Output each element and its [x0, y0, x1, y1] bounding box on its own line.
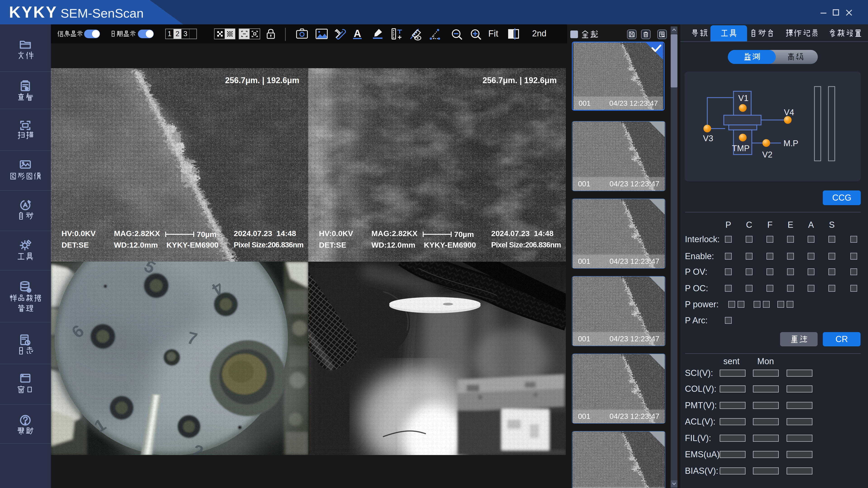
- svg-text:001: 001: [578, 412, 590, 420]
- svg-text:04/23 12:23:47: 04/23 12:23:47: [610, 412, 659, 420]
- svg-text:001: 001: [579, 99, 591, 107]
- svg-text:001: 001: [578, 335, 590, 343]
- svg-text:V3: V3: [703, 134, 713, 143]
- svg-text:04/23 12:23:47: 04/23 12:23:47: [610, 180, 659, 188]
- svg-text:04/23 12:23:47: 04/23 12:23:47: [610, 335, 659, 343]
- svg-text:V4: V4: [784, 108, 794, 117]
- svg-text:70µm: 70µm: [454, 230, 474, 238]
- svg-text:70µm: 70µm: [197, 230, 217, 238]
- svg-text:001: 001: [578, 257, 590, 265]
- svg-text:04/23 12:23:47: 04/23 12:23:47: [610, 257, 659, 265]
- svg-text:V2: V2: [762, 150, 772, 159]
- svg-text:A: A: [353, 28, 361, 39]
- svg-text:04/23 12:23:47: 04/23 12:23:47: [609, 99, 658, 107]
- svg-text:M.P: M.P: [783, 139, 798, 148]
- svg-text:V1: V1: [738, 94, 748, 103]
- svg-text:TMP: TMP: [732, 144, 749, 153]
- svg-text:001: 001: [578, 180, 590, 188]
